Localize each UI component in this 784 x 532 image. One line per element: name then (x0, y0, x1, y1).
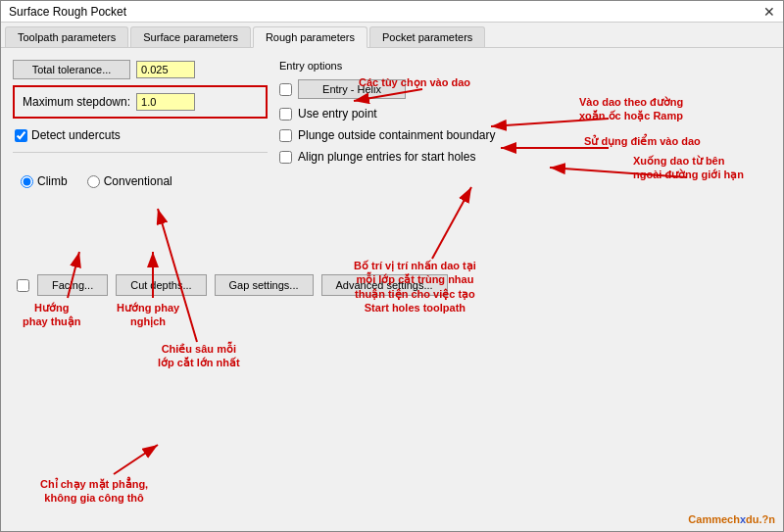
detect-undercuts-label: Detect undercuts (31, 128, 121, 142)
climb-label: Climb (37, 174, 68, 188)
entry-options-label: Entry options (279, 60, 771, 72)
align-plunge-row: Align plunge entries for start holes (279, 150, 771, 164)
cut-depths-button[interactable]: Cut depths... (116, 274, 206, 296)
total-tolerance-row: Total tolerance... (13, 60, 268, 79)
tab-toolpath-parameters[interactable]: Toolpath parameters (5, 26, 128, 47)
stepdown-box: Maximum stepdown: (13, 85, 268, 119)
cut-direction-group: Climb Conventional (13, 163, 268, 200)
conventional-radio[interactable] (87, 175, 100, 188)
maximum-stepdown-row: Maximum stepdown: (23, 93, 258, 111)
bottom-toolbar: Facing... Cut depths... Gap settings... … (13, 266, 771, 304)
entry-helix-row: Entry - Helix (279, 79, 771, 99)
total-tolerance-button[interactable]: Total tolerance... (13, 60, 130, 79)
main-content: Total tolerance... Maximum stepdown: Det… (1, 48, 783, 531)
align-plunge-checkbox[interactable] (279, 151, 292, 164)
close-button[interactable]: ✕ (763, 4, 775, 20)
ann-huong-phay-thuan: Hướngphay thuận (23, 301, 81, 329)
ann-chi-chay: Chỉ chạy mặt phẳng,không gia công thô (40, 477, 148, 506)
total-tolerance-input[interactable] (136, 61, 195, 78)
right-panel: Entry options Entry - Helix Use entry po… (279, 60, 771, 168)
maximum-stepdown-label: Maximum stepdown: (23, 95, 130, 109)
tab-surface-parameters[interactable]: Surface parameters (130, 26, 251, 47)
facing-checkbox[interactable] (17, 279, 29, 292)
plunge-outside-checkbox[interactable] (279, 129, 292, 142)
plunge-outside-row: Plunge outside containment boundary (279, 128, 771, 142)
watermark-text2: du.?n (746, 513, 775, 525)
detect-undercuts-row: Detect undercuts (13, 124, 268, 142)
maximum-stepdown-input[interactable] (136, 93, 195, 111)
advanced-settings-button[interactable]: Advanced settings... (321, 274, 448, 296)
conventional-label: Conventional (104, 174, 172, 188)
tab-rough-parameters[interactable]: Rough parameters (253, 26, 368, 48)
watermark: Cammechxdu.?n (688, 513, 775, 525)
entry-helix-button[interactable]: Entry - Helix (298, 79, 406, 99)
climb-radio[interactable] (21, 175, 33, 188)
entry-helix-checkbox[interactable] (279, 83, 292, 96)
gap-settings-button[interactable]: Gap settings... (215, 274, 314, 296)
use-entry-point-label: Use entry point (298, 107, 377, 121)
ann-chieu-sau: Chiều sâu mỗilớp cắt lớn nhất (158, 342, 240, 370)
plunge-outside-label: Plunge outside containment boundary (298, 128, 495, 142)
use-entry-point-row: Use entry point (279, 107, 771, 121)
svg-line-9 (114, 445, 158, 474)
tab-pocket-parameters[interactable]: Pocket parameters (369, 26, 485, 47)
main-window: Surface Rough Pocket ✕ Toolpath paramete… (0, 0, 784, 532)
conventional-radio-item: Conventional (87, 174, 172, 188)
ann-huong-phay-nghich: Hướng phaynghịch (117, 301, 179, 329)
facing-button[interactable]: Facing... (37, 274, 108, 296)
window-title: Surface Rough Pocket (9, 5, 126, 19)
climb-radio-item: Climb (21, 174, 68, 188)
tab-bar: Toolpath parameters Surface parameters R… (1, 23, 783, 48)
use-entry-point-checkbox[interactable] (279, 108, 292, 121)
watermark-text1: Cammech (688, 513, 740, 525)
detect-undercuts-checkbox[interactable] (15, 129, 27, 142)
left-panel: Total tolerance... Maximum stepdown: Det… (13, 60, 268, 200)
title-bar: Surface Rough Pocket ✕ (1, 1, 783, 23)
align-plunge-label: Align plunge entries for start holes (298, 150, 475, 164)
